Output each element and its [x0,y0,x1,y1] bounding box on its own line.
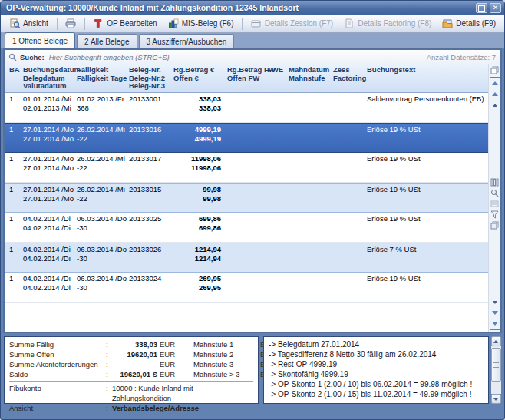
cell-text: Erlöse 19 % USt [367,274,488,302]
table-row[interactable]: 127.01.2014 /Mo27.01.2014 /Mo26.02.2014 … [5,123,488,153]
cell-due: 06.03.2014 /Do-30 [77,274,129,302]
column-header-3[interactable]: FälligkeitFälligkeit Tage [77,66,129,91]
colon: : [106,339,112,349]
tab-strip: 1 Offene Belege2 Alle Belege3 Ausziffern… [1,33,504,48]
column-header-4[interactable]: Beleg-Nr.Beleg-Nr.2Beleg-Nr.3 [129,66,173,91]
toolbar-button-view-document[interactable]: Ansicht [4,15,54,32]
column-header-6[interactable]: Rg.Betrag FWOffen FW [227,66,267,91]
cell-line: Erlöse 19 % USt [367,274,488,283]
mark-icon[interactable] [490,200,500,208]
cell-ba: 1 [9,94,23,122]
cell-line [289,274,333,283]
toolbar-button-print[interactable] [60,15,81,32]
mahnstufe-label: Mahnstufe 2 [193,349,253,359]
table-row[interactable]: 101.01.2014 /Mi02.01.2013 /Mi01.02.2013 … [5,93,488,123]
cell-line: 1 [9,154,23,164]
scrollbar-thumb[interactable] [491,348,501,382]
cell-line: 368 [77,104,129,113]
cell-due: 26.02.2014 /Mi-22 [77,185,129,212]
spacer [181,369,193,379]
cell-line [227,94,267,104]
column-header-2[interactable]: BuchungsdatumBelegdatumValutadatum [23,66,77,91]
window-close-button[interactable]: ✕ [490,3,501,13]
cell-line: 04.02.2014 /Di [23,214,77,223]
column-header-8[interactable]: MahndatumMahnstufe [289,66,333,91]
cell-due: 06.03.2014 /Do-30 [77,214,129,242]
message-line: -> Tagesdifferenz 8 Netto 30 fällig am 2… [269,349,484,359]
column-header-line: BA [9,66,23,74]
search-input[interactable] [48,52,424,62]
messages-scrollbar[interactable] [490,336,501,404]
cell-line [267,214,289,223]
column-header-5[interactable]: Rg.Betrag €Offen € [173,66,227,91]
cell-line [333,274,367,283]
cell-line: 06.03.2014 /Do [77,274,129,283]
tab-1[interactable]: 1 Offene Belege [5,32,75,48]
cell-mahn [289,154,333,182]
cell-mahn [289,214,333,242]
scroll-to-bottom-icon[interactable] [490,319,500,330]
cell-amount: 338,03338,03 [173,94,227,122]
row-down-icon[interactable] [490,298,500,306]
filter-icon[interactable] [490,210,500,219]
cell-line [289,185,333,194]
details-window-icon [251,18,262,28]
column-header-10[interactable]: Buchungstext [367,66,488,91]
scroll-to-top-icon[interactable] [490,77,500,88]
toolbar-button-bar-chart[interactable]: MIS-Beleg (F6) [163,15,239,32]
column-header-line: Beleg-Nr.3 [129,82,173,91]
table-row[interactable]: 127.01.2014 /Mo27.01.2014 /Mo26.02.2014 … [5,183,488,213]
column-header-7[interactable]: FWE [267,66,289,91]
scrollbar-track[interactable] [491,346,501,394]
tab-2[interactable]: 2 Alle Belege [77,34,137,48]
cell-line [227,134,267,144]
window-restore-button[interactable] [476,3,487,13]
table-row[interactable]: 127.01.2014 /Mo27.01.2014 /Mo26.02.2014 … [5,153,488,183]
cell-line: 11998,06 [173,154,221,164]
row-up-icon[interactable] [490,101,500,109]
cell-amount: 699,86699,86 [173,214,227,242]
zoom-icon[interactable] [490,189,500,197]
summary-panel: Summe Fällig:338,03EURMahnstufe 1EURSumm… [4,336,259,404]
cell-line [333,164,367,173]
column-header-1[interactable]: BA [9,66,23,91]
cell-line [289,223,333,233]
table-row[interactable]: 104.02.2014 /Di04.02.2014 /Di06.03.2014 … [5,213,488,243]
table-header[interactable]: BABuchungsdatumBelegdatumValutadatumFäll… [5,64,488,93]
cell-fw [227,94,267,122]
toolbar-button-label: Details Factoring (F8) [358,19,431,28]
copy-view-icon[interactable] [490,66,500,74]
cell-line: -22 [77,194,129,203]
ansicht-label: Ansicht [9,403,106,413]
toolbar-button-details-window: Details Zession (F7) [246,15,338,32]
cell-mahn [289,94,333,122]
cell-line: Erlöse 19 % USt [367,214,488,223]
page-up-icon[interactable] [490,90,500,98]
toolbar-button-edit-tool[interactable]: OP Bearbeiten [87,15,162,32]
cell-line: 20133025 [129,214,173,223]
page-down-icon[interactable] [490,309,500,317]
cell-line: 20133015 [129,185,173,194]
cell-text: Erlöse 7 % USt [367,245,488,272]
cell-doc: 20133017 [129,154,173,182]
cell-line: 269,95 [173,274,221,283]
cell-line [267,94,289,104]
columns-icon[interactable] [490,178,500,187]
toolbar-button-details-folder[interactable]: Details (F9) [437,15,501,32]
tab-3[interactable]: 3 Ausziffern/Ausbuchen [139,34,235,48]
cell-line: 06.03.2014 /Do [77,214,129,223]
scrollbar-up-button[interactable] [491,336,501,346]
cell-line [289,194,333,203]
table-row[interactable]: 104.02.2014 /Di04.02.2014 /Di06.03.2014 … [5,243,488,273]
scrollbar-down-button[interactable] [491,394,501,404]
bar-chart-icon [168,18,179,28]
copy-icon[interactable] [490,221,500,230]
spacer [181,359,193,369]
table-row[interactable]: 104.02.2014 /Di04.02.2014 /Di06.03.2014 … [5,273,488,303]
print-icon [65,18,76,28]
cell-fw [227,245,267,272]
cell-text: Erlöse 19 % USt [367,125,488,152]
cell-line [333,223,367,233]
title-bar: OP-Verwaltung: 10000/Kunde Inland mit Za… [1,1,504,15]
column-header-9[interactable]: ZessFactoring [333,66,367,91]
